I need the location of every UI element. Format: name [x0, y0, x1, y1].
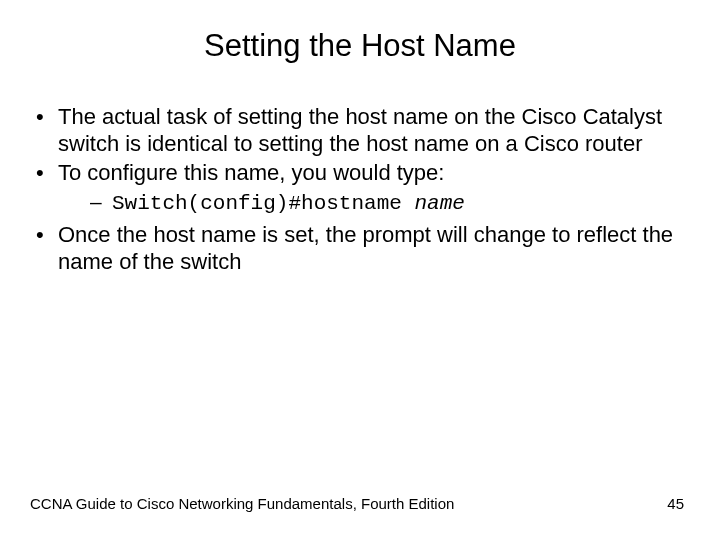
slide-title: Setting the Host Name: [0, 0, 720, 104]
code-command: Switch(config)#hostname: [112, 192, 414, 215]
bullet-text: To configure this name, you would type:: [58, 160, 444, 185]
bullet-item: Once the host name is set, the prompt wi…: [30, 222, 690, 276]
bullet-list: The actual task of setting the host name…: [30, 104, 690, 276]
slide-body: The actual task of setting the host name…: [0, 104, 720, 276]
code-argument: name: [414, 192, 464, 215]
footer-text: CCNA Guide to Cisco Networking Fundament…: [30, 495, 454, 512]
page-number: 45: [667, 495, 684, 512]
bullet-item: The actual task of setting the host name…: [30, 104, 690, 158]
sub-list: Switch(config)#hostname name: [86, 189, 690, 218]
slide-footer: CCNA Guide to Cisco Networking Fundament…: [0, 495, 720, 512]
bullet-item: To configure this name, you would type: …: [30, 160, 690, 219]
sub-item: Switch(config)#hostname name: [86, 189, 690, 218]
